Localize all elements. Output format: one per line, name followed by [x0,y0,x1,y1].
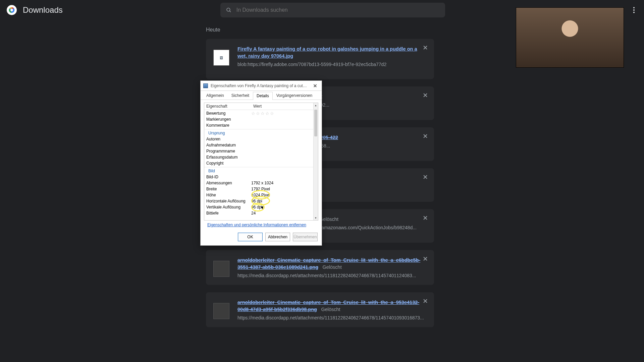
property-row[interactable]: Horizontale Auflösung96 dpi [204,198,313,204]
scroll-thumb[interactable] [314,110,317,136]
properties-scrollbar[interactable]: ▴ ▾ [313,103,318,220]
download-source-url: blob:https://firefly.adobe.com/7087bd13-… [237,62,427,67]
svg-point-1 [10,9,13,11]
file-thumbnail-icon [213,261,229,277]
property-row[interactable]: Bewertung ☆☆☆☆☆ [204,110,313,116]
property-row[interactable]: Autoren [204,136,313,142]
property-row[interactable]: Bild-ID [204,174,313,180]
more-menu-button[interactable] [631,7,637,13]
webcam-overlay [516,7,624,68]
tab-previous-versions[interactable]: Vorgängerversionen [273,92,316,100]
property-value: 1792 x 1024 [251,181,273,185]
property-label: Bewertung [206,111,251,116]
remove-download-button[interactable] [422,298,429,304]
dialog-close-button[interactable] [311,82,319,89]
search-box[interactable] [220,3,445,17]
dialog-file-icon [203,83,208,88]
property-section-origin: Ursprung [204,130,313,136]
remove-download-button[interactable] [422,44,429,51]
property-row[interactable]: Abmessungen1792 x 1024 [204,180,313,186]
dialog-titlebar[interactable]: Eigenschaften von Firefly A fantasy pain… [201,81,322,91]
ok-button[interactable]: OK [238,233,263,241]
svg-point-2 [227,8,230,11]
property-row[interactable]: Programmname [204,148,313,154]
property-section-image: Bild [204,168,313,174]
remove-download-button[interactable] [422,92,429,99]
properties-listview[interactable]: Eigenschaft Wert Bewertung ☆☆☆☆☆ Markier… [204,103,318,221]
property-row[interactable]: Copyright [204,160,313,166]
property-row[interactable]: Markierungen [204,116,313,122]
svg-line-3 [229,11,231,12]
apply-button[interactable]: Übernehmen [293,233,318,241]
download-filename-link[interactable]: Firefly A fantasy painting of a cute rob… [237,46,427,60]
property-row[interactable]: Breite1792 Pixel [204,186,313,192]
property-value: 96 dpi [251,199,262,203]
file-thumbnail-icon: 🖼 [213,50,229,66]
remove-download-button[interactable] [422,174,429,180]
deleted-badge: Gelöscht [319,217,338,222]
dialog-button-row: OK Abbrechen Übernehmen [201,229,322,245]
download-card: arnoldoberleiter_Cinematic_capture_of_To… [206,250,434,285]
property-row[interactable]: Höhe1024 Pixel [204,192,313,198]
tab-general[interactable]: Allgemein [203,92,228,100]
remove-download-button[interactable] [422,255,429,262]
file-thumbnail-icon [213,303,229,319]
dialog-title: Eigenschaften von Firefly A fantasy pain… [211,83,308,88]
property-value: 24 [251,211,256,216]
property-value: 1792 Pixel [251,187,270,191]
scroll-down-arrow-icon[interactable]: ▾ [314,216,318,220]
remove-download-button[interactable] [422,133,429,139]
dialog-tabs: Allgemein Sicherheit Details Vorgängerve… [201,91,322,100]
page-title: Downloads [23,5,63,15]
properties-dialog: Eigenschaften von Firefly A fantasy pain… [200,80,322,246]
column-header-property[interactable]: Eigenschaft [204,103,251,110]
deleted-badge: Gelöscht [321,307,340,312]
property-value: 1024 Pixel [251,193,270,197]
download-source-url: https://media.discordapp.net/attachments… [237,315,427,320]
chrome-logo-icon [7,5,17,15]
download-source-url: https://media.discordapp.net/attachments… [237,273,427,278]
download-card: 🖼 Firefly A fantasy painting of a cute r… [206,39,434,79]
search-input[interactable] [236,7,440,13]
property-row[interactable]: Vertikale Auflösung96 dpi [204,204,313,210]
column-header-value[interactable]: Wert [251,103,318,110]
download-card: arnoldoberleiter_Cinematic_capture_of_To… [206,292,434,327]
scroll-up-arrow-icon[interactable]: ▴ [314,103,318,108]
property-value: 96 dpi [251,205,262,209]
deleted-badge: Gelöscht [322,264,341,270]
remove-download-button[interactable] [422,215,429,221]
search-icon [226,7,232,13]
property-row[interactable]: Erfassungsdatum [204,154,313,160]
rating-stars[interactable]: ☆☆☆☆☆ [251,111,274,116]
property-row[interactable]: Kommentare [204,122,313,128]
tab-details[interactable]: Details [253,92,273,100]
properties-header-row: Eigenschaft Wert [204,103,318,110]
cancel-button[interactable]: Abbrechen [265,233,290,241]
remove-properties-link[interactable]: Eigenschaften und persönliche Informatio… [207,223,306,227]
property-row[interactable]: Aufnahmedatum [204,142,313,148]
tab-security[interactable]: Sicherheit [228,92,253,100]
property-row[interactable]: Bittiefe24 [204,210,313,216]
